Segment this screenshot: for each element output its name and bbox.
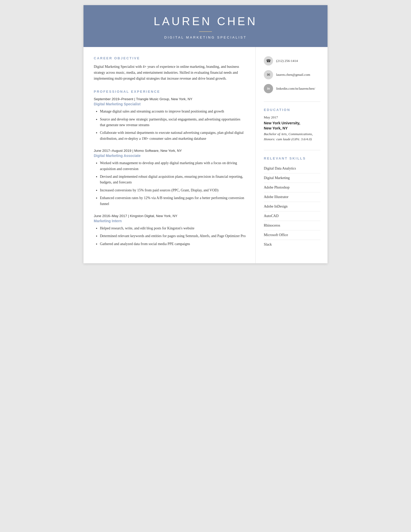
candidate-name: LAUREN CHEN	[94, 15, 317, 28]
experience-section: PROFESSIONAL EXPERIENCE September 2019–P…	[94, 90, 246, 247]
job-block-2: June 2017–August 2019 | Momo Software, N…	[94, 149, 246, 207]
job-title-2: Digital Marketing Associate	[94, 154, 246, 158]
job-bullets-2: Worked with management to develop and ap…	[99, 160, 246, 207]
education-block: EDUCATION May 2017 New York University,N…	[264, 108, 320, 142]
edu-school: New York University,New York, NY	[264, 120, 320, 131]
experience-title: PROFESSIONAL EXPERIENCE	[94, 90, 246, 94]
phone-text: (212) 256-1414	[276, 59, 298, 63]
list-item: Source and develop new strategic partner…	[100, 117, 246, 128]
job-block-1: September 2019–Present | Triangle Music …	[94, 97, 246, 142]
skill-item: Slack	[264, 240, 320, 249]
job-meta-2: June 2017–August 2019 | Momo Software, N…	[94, 149, 246, 153]
list-item: Increased conversions by 15% from paid s…	[100, 188, 246, 193]
skills-block: RELEVANT SKILLS Digital Data Analytics D…	[264, 156, 320, 249]
job-bullets-1: Manage digital sales and streaming accou…	[99, 109, 246, 142]
linkedin-text: linkedin.com/in/laurenchen/	[276, 86, 315, 91]
candidate-title: DIGITAL MARKETING SPECIALIST	[94, 35, 317, 39]
edu-degree: Bachelor of Arts, Communications,Honors:…	[264, 132, 320, 142]
resume-document: LAUREN CHEN DIGITAL MARKETING SPECIALIST…	[83, 5, 328, 263]
skill-item: Microsoft Office	[264, 230, 320, 240]
list-item: Collaborate with internal departments to…	[100, 130, 246, 142]
divider-line-2	[264, 150, 320, 150]
job-meta-3: June 2016–May 2017 | Kingston Digital, N…	[94, 214, 246, 218]
contact-email: ✉ lauren.chen@gmail.com	[264, 70, 320, 79]
list-item: Determined relevant keywords and entitie…	[100, 233, 246, 239]
job-title-3: Marketing Intern	[94, 219, 246, 223]
list-item: Manage digital sales and streaming accou…	[100, 109, 246, 114]
contact-linkedin: in linkedin.com/in/laurenchen/	[264, 84, 320, 93]
email-icon: ✉	[264, 70, 273, 79]
header-divider	[199, 31, 212, 32]
education-title: EDUCATION	[264, 108, 320, 112]
list-item: Enhanced conversion rates by 12% via A/B…	[100, 195, 246, 207]
contact-phone: ☎ (212) 256-1414	[264, 56, 320, 66]
resume-body: CAREER OBJECTIVE Digital Marketing Speci…	[83, 47, 328, 263]
job-title-1: Digital Marketing Specialist	[94, 102, 246, 106]
resume-header: LAUREN CHEN DIGITAL MARKETING SPECIALIST	[83, 5, 328, 47]
job-bullets-3: Helped research, write, and edit blog po…	[99, 226, 246, 247]
career-objective-text: Digital Marketing Specialist with 4+ yea…	[94, 64, 246, 81]
right-column: ☎ (212) 256-1414 ✉ lauren.chen@gmail.com…	[256, 47, 328, 263]
career-objective-title: CAREER OBJECTIVE	[94, 56, 246, 60]
skill-item: Rhinoceros	[264, 221, 320, 230]
linkedin-icon: in	[264, 84, 273, 93]
skill-item: Adobe Illustrator	[264, 192, 320, 202]
email-text: lauren.chen@gmail.com	[276, 72, 310, 77]
left-column: CAREER OBJECTIVE Digital Marketing Speci…	[83, 47, 256, 263]
skill-item: Adobe Photoshop	[264, 183, 320, 192]
skill-item: Digital Marketing	[264, 173, 320, 183]
job-block-3: June 2016–May 2017 | Kingston Digital, N…	[94, 214, 246, 247]
list-item: Gathered and analyzed data from social m…	[100, 241, 246, 247]
skill-item: Digital Data Analytics	[264, 164, 320, 173]
contact-block: ☎ (212) 256-1414 ✉ lauren.chen@gmail.com…	[264, 56, 320, 93]
phone-icon: ☎	[264, 56, 273, 66]
skills-title: RELEVANT SKILLS	[264, 156, 320, 160]
job-meta-1: September 2019–Present | Triangle Music …	[94, 97, 246, 101]
skill-item: Adobe InDesign	[264, 202, 320, 211]
edu-date: May 2017	[264, 115, 320, 119]
divider-line	[264, 101, 320, 102]
list-item: Devised and implemented robust digital a…	[100, 174, 246, 185]
career-objective-section: CAREER OBJECTIVE Digital Marketing Speci…	[94, 56, 246, 81]
skill-item: AutoCAD	[264, 211, 320, 221]
list-item: Helped research, write, and edit blog po…	[100, 226, 246, 231]
list-item: Worked with management to develop and ap…	[100, 160, 246, 172]
